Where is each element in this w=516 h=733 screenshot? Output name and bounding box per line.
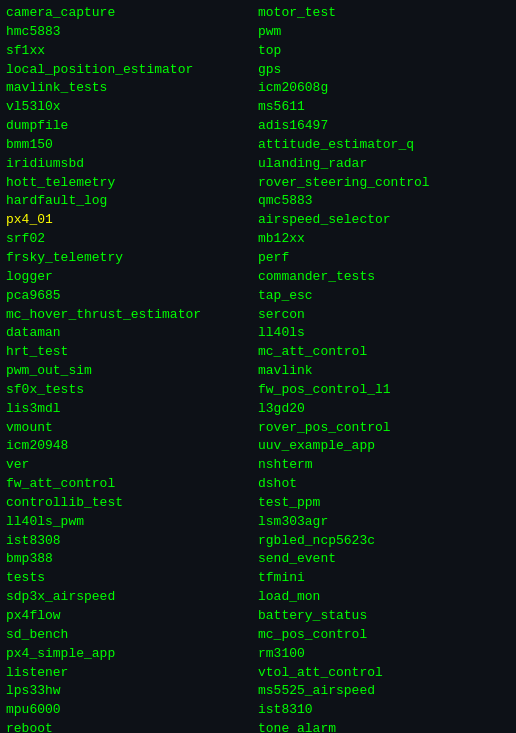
list-item[interactable]: rm3100 [258,645,510,664]
list-item[interactable]: gps [258,61,510,80]
list-item[interactable]: airspeed_selector [258,211,510,230]
list-item[interactable]: ist8310 [258,701,510,720]
list-item[interactable]: ulanding_radar [258,155,510,174]
list-item[interactable]: hmc5883 [6,23,258,42]
list-item[interactable]: vmount [6,419,258,438]
list-item[interactable]: sf0x_tests [6,381,258,400]
list-item[interactable]: icm20948 [6,437,258,456]
list-item[interactable]: nshterm [258,456,510,475]
list-item[interactable]: mavlink_tests [6,79,258,98]
list-item[interactable]: motor_test [258,4,510,23]
list-item[interactable]: camera_capture [6,4,258,23]
list-item[interactable]: pca9685 [6,287,258,306]
list-item[interactable]: mc_pos_control [258,626,510,645]
list-item[interactable]: vtol_att_control [258,664,510,683]
list-item[interactable]: mpu6000 [6,701,258,720]
list-item[interactable]: local_position_estimator [6,61,258,80]
list-item[interactable]: reboot [6,720,258,733]
list-item[interactable]: tfmini [258,569,510,588]
list-item[interactable]: rover_steering_control [258,174,510,193]
list-item[interactable]: sd_bench [6,626,258,645]
list-item[interactable]: mc_hover_thrust_estimator [6,306,258,325]
list-item[interactable]: frsky_telemetry [6,249,258,268]
right-column: motor_testpwmtopgpsicm20608gms5611adis16… [258,4,510,733]
list-item[interactable]: pwm [258,23,510,42]
list-item[interactable]: bmm150 [6,136,258,155]
list-item[interactable]: top [258,42,510,61]
list-item[interactable]: px4flow [6,607,258,626]
list-item[interactable]: uuv_example_app [258,437,510,456]
list-item[interactable]: lps33hw [6,682,258,701]
list-item[interactable]: dumpfile [6,117,258,136]
list-item[interactable]: attitude_estimator_q [258,136,510,155]
list-item[interactable]: vl53l0x [6,98,258,117]
list-item[interactable]: tone_alarm [258,720,510,733]
list-item[interactable]: mc_att_control [258,343,510,362]
list-item[interactable]: dataman [6,324,258,343]
list-item[interactable]: mb12xx [258,230,510,249]
list-item[interactable]: sf1xx [6,42,258,61]
list-item[interactable]: test_ppm [258,494,510,513]
list-item[interactable]: hardfault_log [6,192,258,211]
list-item[interactable]: fw_pos_control_l1 [258,381,510,400]
list-item[interactable]: rover_pos_control [258,419,510,438]
list-item[interactable]: sercon [258,306,510,325]
list-item[interactable]: rgbled_ncp5623c [258,532,510,551]
list-item[interactable]: send_event [258,550,510,569]
list-item[interactable]: battery_status [258,607,510,626]
list-item[interactable]: bmp388 [6,550,258,569]
left-column: camera_capturehmc5883sf1xxlocal_position… [6,4,258,733]
list-item[interactable]: ll40ls [258,324,510,343]
list-item[interactable]: hott_telemetry [6,174,258,193]
list-item[interactable]: tap_esc [258,287,510,306]
list-item[interactable]: hrt_test [6,343,258,362]
list-item[interactable]: px4_simple_app [6,645,258,664]
list-item[interactable]: tests [6,569,258,588]
list-item[interactable]: iridiumsbd [6,155,258,174]
list-item[interactable]: ms5525_airspeed [258,682,510,701]
list-item[interactable]: l3gd20 [258,400,510,419]
list-item[interactable]: mavlink [258,362,510,381]
list-item[interactable]: ll40ls_pwm [6,513,258,532]
list-item[interactable]: ver [6,456,258,475]
list-item[interactable]: px4_01 [6,211,258,230]
list-item[interactable]: listener [6,664,258,683]
list-item[interactable]: sdp3x_airspeed [6,588,258,607]
list-item[interactable]: icm20608g [258,79,510,98]
list-item[interactable]: srf02 [6,230,258,249]
list-item[interactable]: dshot [258,475,510,494]
list-item[interactable]: logger [6,268,258,287]
main-content: camera_capturehmc5883sf1xxlocal_position… [0,0,516,733]
list-item[interactable]: lis3mdl [6,400,258,419]
list-item[interactable]: load_mon [258,588,510,607]
list-item[interactable]: controllib_test [6,494,258,513]
list-item[interactable]: adis16497 [258,117,510,136]
list-item[interactable]: fw_att_control [6,475,258,494]
list-item[interactable]: qmc5883 [258,192,510,211]
list-item[interactable]: pwm_out_sim [6,362,258,381]
list-item[interactable]: perf [258,249,510,268]
list-item[interactable]: ms5611 [258,98,510,117]
list-item[interactable]: ist8308 [6,532,258,551]
list-item[interactable]: lsm303agr [258,513,510,532]
list-item[interactable]: commander_tests [258,268,510,287]
